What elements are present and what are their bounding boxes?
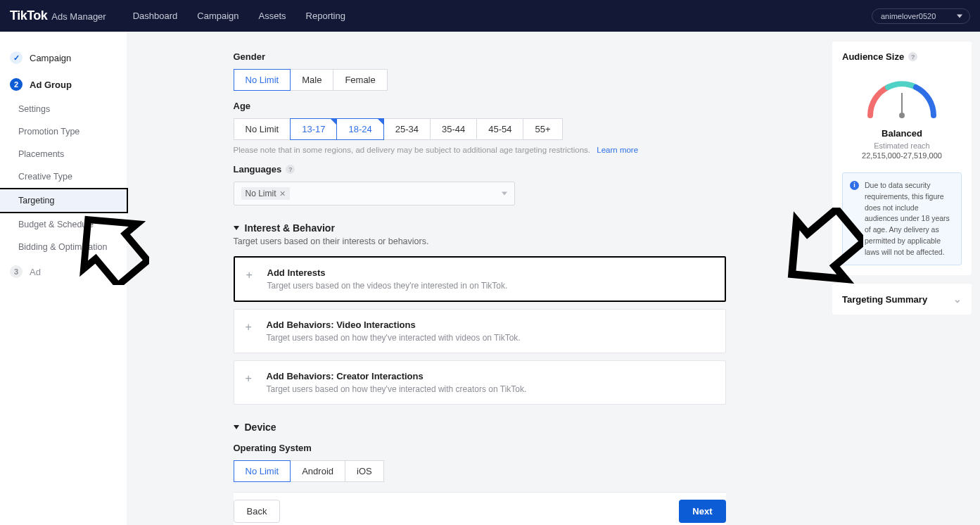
chevron-down-icon: [502, 192, 507, 196]
gauge-status: Balanced: [882, 128, 922, 139]
sidebar-adgroup-label: Ad Group: [30, 80, 72, 90]
reach-label: Estimated reach: [874, 141, 929, 150]
interest-title: Interest & Behavior: [245, 222, 335, 234]
plus-icon: +: [246, 270, 256, 280]
form-area: Gender No Limit Male Female Age No Limit…: [234, 32, 726, 525]
age-55plus[interactable]: 55+: [523, 118, 562, 140]
add-creator-behaviors-card[interactable]: + Add Behaviors: Creator Interactions Ta…: [234, 360, 726, 405]
gender-nolimit[interactable]: No Limit: [234, 69, 291, 91]
gender-group: No Limit Male Female: [234, 69, 726, 91]
nav-campaign[interactable]: Campaign: [197, 11, 238, 21]
sidebar-step-ad[interactable]: 3 Ad: [0, 258, 127, 285]
plus-icon: +: [246, 374, 255, 384]
gender-female[interactable]: Female: [333, 69, 387, 91]
next-button[interactable]: Next: [679, 500, 725, 523]
sidebar-sub-settings[interactable]: Settings: [0, 98, 127, 120]
languages-chip: No Limit ✕: [241, 187, 290, 200]
age-group: No Limit 13-17 18-24 25-34 35-44 45-54 5…: [234, 118, 726, 140]
sidebar-ad-label: Ad: [30, 267, 41, 277]
sidebar-sub-placements[interactable]: Placements: [0, 143, 127, 165]
add-video-behaviors-card[interactable]: + Add Behaviors: Video Interactions Targ…: [234, 309, 726, 353]
age-label: Age: [234, 101, 726, 111]
nav-assets[interactable]: Assets: [259, 11, 286, 21]
os-group: No Limit Android iOS: [234, 460, 726, 482]
remove-chip-icon[interactable]: ✕: [279, 189, 286, 198]
sidebar-step-adgroup[interactable]: 2 Ad Group: [0, 71, 127, 98]
help-icon[interactable]: ?: [286, 165, 295, 174]
top-bar: TikTok Ads Manager Dashboard Campaign As…: [0, 0, 980, 32]
info-icon: i: [850, 181, 859, 190]
sidebar-sub-promotion[interactable]: Promotion Type: [0, 120, 127, 143]
step-number-icon: 3: [10, 265, 23, 278]
age-nolimit[interactable]: No Limit: [234, 118, 291, 140]
age-35-44[interactable]: 35-44: [430, 118, 477, 140]
languages-label: Languages ?: [234, 164, 726, 175]
sidebar-campaign-label: Campaign: [30, 53, 71, 63]
chevron-down-icon: ⌄: [953, 293, 962, 305]
audience-title: Audience Size ?: [842, 51, 962, 62]
sidebar-sub-targeting[interactable]: Targeting: [0, 188, 128, 213]
card-desc: Target users based on the videos they're…: [267, 281, 508, 291]
brand-sub: Ads Manager: [51, 11, 106, 22]
age-18-24[interactable]: 18-24: [336, 118, 383, 140]
caret-down-icon: [234, 425, 239, 429]
interest-sub: Target users based on their interests or…: [234, 236, 726, 246]
footer-bar: Back Next: [234, 492, 726, 525]
age-hint-text: Please note that in some regions, ad del…: [234, 146, 591, 154]
card-desc: Target users based on how they've intera…: [267, 384, 527, 394]
brand: TikTok Ads Manager: [10, 8, 106, 23]
targeting-summary-panel[interactable]: Targeting Summary ⌄: [832, 284, 972, 315]
top-nav: Dashboard Campaign Assets Reporting: [133, 11, 345, 21]
right-panel: Audience Size ? Balanced Estimated reach…: [832, 32, 980, 525]
back-button[interactable]: Back: [234, 500, 281, 523]
reach-value: 22,515,000-27,519,000: [862, 151, 942, 160]
device-title: Device: [245, 422, 276, 433]
interest-behavior-toggle[interactable]: Interest & Behavior: [234, 222, 726, 234]
sidebar-sub-budget[interactable]: Budget & Schedule: [0, 213, 127, 236]
languages-select[interactable]: No Limit ✕: [234, 182, 515, 205]
audience-size-panel: Audience Size ? Balanced Estimated reach…: [832, 42, 972, 275]
check-icon: ✓: [10, 51, 23, 64]
age-13-17[interactable]: 13-17: [290, 118, 337, 140]
nav-reporting[interactable]: Reporting: [306, 11, 345, 21]
os-ios[interactable]: iOS: [345, 460, 384, 482]
account-name: animelover0520: [881, 12, 936, 20]
age-45-54[interactable]: 45-54: [476, 118, 523, 140]
summary-title: Targeting Summary: [842, 294, 927, 305]
sidebar: ✓ Campaign 2 Ad Group Settings Promotion…: [0, 32, 127, 525]
nav-dashboard[interactable]: Dashboard: [133, 11, 178, 21]
card-title: Add Behaviors: Video Interactions: [267, 320, 521, 330]
step-number-icon: 2: [10, 78, 23, 91]
audience-info-box: i Due to data security requirements, thi…: [842, 172, 962, 265]
os-nolimit[interactable]: No Limit: [234, 460, 291, 482]
brand-logo: TikTok: [10, 8, 47, 23]
gauge-icon: [860, 73, 944, 122]
help-icon[interactable]: ?: [908, 52, 917, 61]
gender-label: Gender: [234, 51, 726, 62]
os-android[interactable]: Android: [290, 460, 345, 482]
age-learn-more-link[interactable]: Learn more: [597, 146, 638, 154]
add-interests-card[interactable]: + Add Interests Target users based on th…: [234, 256, 726, 302]
account-dropdown[interactable]: animelover0520: [872, 8, 970, 24]
os-label: Operating System: [234, 443, 726, 453]
sidebar-step-campaign[interactable]: ✓ Campaign: [0, 44, 127, 71]
audience-info-text: Due to data security requirements, this …: [865, 180, 954, 258]
sidebar-sub-bidding[interactable]: Bidding & Optimization: [0, 236, 127, 258]
card-title: Add Interests: [267, 267, 508, 278]
card-desc: Target users based on how they've intera…: [267, 333, 521, 343]
gender-male[interactable]: Male: [290, 69, 333, 91]
card-title: Add Behaviors: Creator Interactions: [267, 371, 527, 381]
age-hint: Please note that in some regions, ad del…: [234, 146, 726, 154]
plus-icon: +: [246, 322, 255, 332]
age-25-34[interactable]: 25-34: [383, 118, 431, 140]
caret-down-icon: [234, 226, 239, 230]
device-toggle[interactable]: Device: [234, 422, 726, 433]
sidebar-sub-creative[interactable]: Creative Type: [0, 165, 127, 188]
